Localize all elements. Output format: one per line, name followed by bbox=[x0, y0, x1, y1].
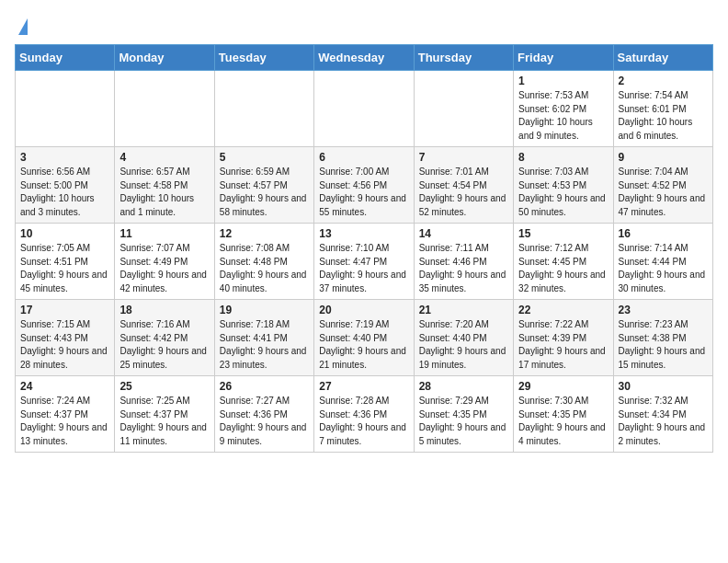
calendar-cell: 16Sunrise: 7:14 AM Sunset: 4:44 PM Dayli… bbox=[613, 224, 712, 300]
calendar-cell: 15Sunrise: 7:12 AM Sunset: 4:45 PM Dayli… bbox=[514, 224, 613, 300]
calendar-cell: 22Sunrise: 7:22 AM Sunset: 4:39 PM Dayli… bbox=[514, 300, 613, 376]
day-number: 25 bbox=[119, 380, 209, 393]
day-number: 21 bbox=[419, 304, 508, 316]
day-info: Sunrise: 7:29 AM Sunset: 4:35 PM Dayligh… bbox=[419, 395, 508, 448]
day-info: Sunrise: 7:05 AM Sunset: 4:51 PM Dayligh… bbox=[20, 242, 109, 295]
calendar-week-4: 17Sunrise: 7:15 AM Sunset: 4:43 PM Dayli… bbox=[16, 300, 713, 376]
day-info: Sunrise: 6:59 AM Sunset: 4:57 PM Dayligh… bbox=[220, 166, 309, 219]
day-info: Sunrise: 7:19 AM Sunset: 4:40 PM Dayligh… bbox=[319, 318, 408, 372]
day-number: 15 bbox=[518, 227, 608, 240]
day-number: 18 bbox=[119, 304, 209, 316]
day-info: Sunrise: 7:01 AM Sunset: 4:54 PM Dayligh… bbox=[419, 166, 508, 219]
calendar-cell: 20Sunrise: 7:19 AM Sunset: 4:40 PM Dayli… bbox=[314, 300, 414, 376]
calendar-cell: 2Sunrise: 7:54 AM Sunset: 6:01 PM Daylig… bbox=[613, 71, 712, 147]
day-number: 17 bbox=[20, 304, 109, 316]
weekday-header-wednesday: Wednesday bbox=[314, 45, 414, 71]
day-number: 11 bbox=[119, 227, 209, 240]
calendar-cell: 7Sunrise: 7:01 AM Sunset: 4:54 PM Daylig… bbox=[414, 147, 513, 224]
day-info: Sunrise: 7:23 AM Sunset: 4:38 PM Dayligh… bbox=[619, 318, 708, 372]
calendar-cell: 11Sunrise: 7:07 AM Sunset: 4:49 PM Dayli… bbox=[115, 224, 214, 300]
calendar-cell bbox=[314, 71, 414, 147]
calendar-cell bbox=[115, 71, 214, 147]
calendar-cell: 30Sunrise: 7:32 AM Sunset: 4:34 PM Dayli… bbox=[613, 376, 712, 453]
calendar-week-2: 3Sunrise: 6:56 AM Sunset: 5:00 PM Daylig… bbox=[16, 147, 713, 224]
day-number: 26 bbox=[220, 380, 309, 393]
calendar-cell: 29Sunrise: 7:30 AM Sunset: 4:35 PM Dayli… bbox=[514, 376, 613, 453]
day-info: Sunrise: 7:04 AM Sunset: 4:52 PM Dayligh… bbox=[619, 166, 708, 219]
calendar-table: SundayMondayTuesdayWednesdayThursdayFrid… bbox=[15, 44, 713, 453]
calendar-header-row: SundayMondayTuesdayWednesdayThursdayFrid… bbox=[16, 45, 713, 71]
calendar-week-1: 1Sunrise: 7:53 AM Sunset: 6:02 PM Daylig… bbox=[16, 71, 713, 147]
day-info: Sunrise: 7:53 AM Sunset: 6:02 PM Dayligh… bbox=[518, 89, 608, 143]
calendar-cell: 27Sunrise: 7:28 AM Sunset: 4:36 PM Dayli… bbox=[314, 376, 414, 453]
day-number: 14 bbox=[419, 227, 508, 240]
calendar-cell: 19Sunrise: 7:18 AM Sunset: 4:41 PM Dayli… bbox=[214, 300, 313, 376]
day-info: Sunrise: 7:24 AM Sunset: 4:37 PM Dayligh… bbox=[20, 395, 109, 448]
page-header bbox=[15, 15, 713, 35]
calendar-week-5: 24Sunrise: 7:24 AM Sunset: 4:37 PM Dayli… bbox=[16, 376, 713, 453]
calendar-cell: 13Sunrise: 7:10 AM Sunset: 4:47 PM Dayli… bbox=[314, 224, 414, 300]
day-info: Sunrise: 7:16 AM Sunset: 4:42 PM Dayligh… bbox=[119, 318, 209, 372]
day-info: Sunrise: 7:54 AM Sunset: 6:01 PM Dayligh… bbox=[619, 89, 708, 143]
day-number: 19 bbox=[220, 304, 309, 316]
day-number: 27 bbox=[319, 380, 408, 393]
calendar-cell: 9Sunrise: 7:04 AM Sunset: 4:52 PM Daylig… bbox=[613, 147, 712, 224]
day-number: 1 bbox=[518, 75, 608, 87]
calendar-cell bbox=[16, 71, 115, 147]
day-info: Sunrise: 7:28 AM Sunset: 4:36 PM Dayligh… bbox=[319, 395, 408, 448]
day-number: 16 bbox=[619, 227, 708, 240]
calendar-cell: 1Sunrise: 7:53 AM Sunset: 6:02 PM Daylig… bbox=[514, 71, 613, 147]
calendar-cell: 21Sunrise: 7:20 AM Sunset: 4:40 PM Dayli… bbox=[414, 300, 513, 376]
day-number: 2 bbox=[619, 75, 708, 87]
calendar-cell: 17Sunrise: 7:15 AM Sunset: 4:43 PM Dayli… bbox=[16, 300, 115, 376]
calendar-cell: 4Sunrise: 6:57 AM Sunset: 4:58 PM Daylig… bbox=[115, 147, 214, 224]
calendar-cell: 10Sunrise: 7:05 AM Sunset: 4:51 PM Dayli… bbox=[16, 224, 115, 300]
calendar-cell: 8Sunrise: 7:03 AM Sunset: 4:53 PM Daylig… bbox=[514, 147, 613, 224]
day-info: Sunrise: 7:27 AM Sunset: 4:36 PM Dayligh… bbox=[220, 395, 309, 448]
day-number: 13 bbox=[319, 227, 408, 240]
weekday-header-thursday: Thursday bbox=[414, 45, 513, 71]
day-number: 10 bbox=[20, 227, 109, 240]
weekday-header-tuesday: Tuesday bbox=[214, 45, 313, 71]
day-info: Sunrise: 7:30 AM Sunset: 4:35 PM Dayligh… bbox=[518, 395, 608, 448]
day-info: Sunrise: 6:57 AM Sunset: 4:58 PM Dayligh… bbox=[119, 166, 209, 219]
day-info: Sunrise: 7:18 AM Sunset: 4:41 PM Dayligh… bbox=[220, 318, 309, 372]
day-number: 7 bbox=[419, 151, 508, 164]
calendar-cell: 26Sunrise: 7:27 AM Sunset: 4:36 PM Dayli… bbox=[214, 376, 313, 453]
calendar-cell: 28Sunrise: 7:29 AM Sunset: 4:35 PM Dayli… bbox=[414, 376, 513, 453]
day-info: Sunrise: 7:11 AM Sunset: 4:46 PM Dayligh… bbox=[419, 242, 508, 295]
calendar-cell: 23Sunrise: 7:23 AM Sunset: 4:38 PM Dayli… bbox=[613, 300, 712, 376]
day-number: 8 bbox=[518, 151, 608, 164]
calendar-cell: 5Sunrise: 6:59 AM Sunset: 4:57 PM Daylig… bbox=[214, 147, 313, 224]
day-number: 9 bbox=[619, 151, 708, 164]
day-info: Sunrise: 7:08 AM Sunset: 4:48 PM Dayligh… bbox=[220, 242, 309, 295]
day-info: Sunrise: 7:14 AM Sunset: 4:44 PM Dayligh… bbox=[619, 242, 708, 295]
day-number: 4 bbox=[119, 151, 209, 164]
calendar-cell: 24Sunrise: 7:24 AM Sunset: 4:37 PM Dayli… bbox=[16, 376, 115, 453]
calendar-week-3: 10Sunrise: 7:05 AM Sunset: 4:51 PM Dayli… bbox=[16, 224, 713, 300]
day-info: Sunrise: 7:15 AM Sunset: 4:43 PM Dayligh… bbox=[20, 318, 109, 372]
calendar-cell: 14Sunrise: 7:11 AM Sunset: 4:46 PM Dayli… bbox=[414, 224, 513, 300]
day-info: Sunrise: 7:32 AM Sunset: 4:34 PM Dayligh… bbox=[619, 395, 708, 448]
day-info: Sunrise: 7:22 AM Sunset: 4:39 PM Dayligh… bbox=[518, 318, 608, 372]
calendar-cell bbox=[214, 71, 313, 147]
day-number: 5 bbox=[220, 151, 309, 164]
calendar-cell: 3Sunrise: 6:56 AM Sunset: 5:00 PM Daylig… bbox=[16, 147, 115, 224]
weekday-header-monday: Monday bbox=[115, 45, 214, 71]
day-info: Sunrise: 7:07 AM Sunset: 4:49 PM Dayligh… bbox=[119, 242, 209, 295]
weekday-header-sunday: Sunday bbox=[16, 45, 115, 71]
calendar-cell: 18Sunrise: 7:16 AM Sunset: 4:42 PM Dayli… bbox=[115, 300, 214, 376]
day-number: 30 bbox=[619, 380, 708, 393]
day-info: Sunrise: 7:25 AM Sunset: 4:37 PM Dayligh… bbox=[119, 395, 209, 448]
calendar-cell: 12Sunrise: 7:08 AM Sunset: 4:48 PM Dayli… bbox=[214, 224, 313, 300]
weekday-header-saturday: Saturday bbox=[613, 45, 712, 71]
day-number: 20 bbox=[319, 304, 408, 316]
day-number: 12 bbox=[220, 227, 309, 240]
day-info: Sunrise: 7:00 AM Sunset: 4:56 PM Dayligh… bbox=[319, 166, 408, 219]
day-number: 28 bbox=[419, 380, 508, 393]
day-number: 29 bbox=[518, 380, 608, 393]
day-info: Sunrise: 6:56 AM Sunset: 5:00 PM Dayligh… bbox=[20, 166, 109, 219]
day-number: 24 bbox=[20, 380, 109, 393]
day-number: 23 bbox=[619, 304, 708, 316]
day-number: 22 bbox=[518, 304, 608, 316]
